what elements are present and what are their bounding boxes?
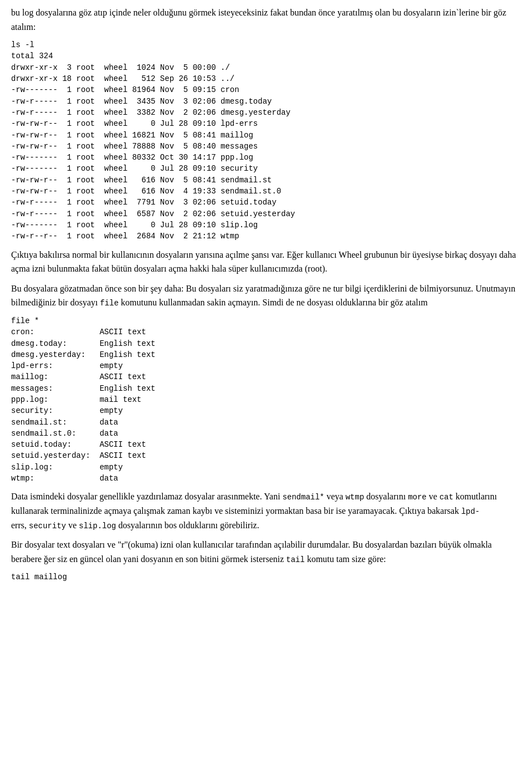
tail-command-block: tail maillog xyxy=(11,571,521,583)
file-output: file * cron: ASCII text dmesg.today: Eng… xyxy=(11,315,521,484)
more-inline-code: more xyxy=(408,493,427,502)
ls-output: ls -l total 324 drwxr-xr-x 3 root wheel … xyxy=(11,39,521,242)
tail-inline-code: tail xyxy=(286,555,305,564)
paragraph-5-text4: dosyalarını xyxy=(366,492,406,501)
paragraph-1-text: Çıktıya bakılırsa normal bir kullanıcını… xyxy=(11,250,284,259)
paragraph-5-text5: ve xyxy=(429,492,437,501)
paragraph-5: Data ismindeki dosyalar genellikle yazdı… xyxy=(11,489,521,532)
paragraph-7-section: Bir dosyalar text dosyaları ve "r"(okuma… xyxy=(11,538,521,566)
cat-inline-code: cat xyxy=(439,493,453,502)
tail-output: tail maillog xyxy=(11,571,521,583)
paragraph-6-text2: ve xyxy=(68,520,76,530)
paragraph-3-section: Bu dosyalara gözatmadan önce son bir şey… xyxy=(11,282,521,310)
paragraph-7-text3: ğer siz en güncel olan yani dosyanın en … xyxy=(44,554,284,564)
file-inline-code: file xyxy=(100,299,119,308)
paragraph-5-text3: veya xyxy=(326,492,343,501)
paragraph-7-text4: komutu tam size göre: xyxy=(307,554,386,564)
file-command-block: file * cron: ASCII text dmesg.today: Eng… xyxy=(11,315,521,484)
paragraph-3: Bu dosyalara gözatmadan önce son bir şey… xyxy=(11,282,521,310)
paragraph-1: Çıktıya bakılırsa normal bir kullanıcını… xyxy=(11,248,521,276)
intro-paragraph: bu log dosyalarına göz atıp içinde neler… xyxy=(11,6,521,34)
paragraph-3-text: Bu dosyalara gözatmadan önce son bir şey… xyxy=(11,284,473,293)
paragraph-5-text1: Data ismindeki dosyalar genellikle yazdı… xyxy=(11,492,262,501)
ls-command-block: ls -l total 324 drwxr-xr-x 3 root wheel … xyxy=(11,39,521,242)
security-inline-code: security xyxy=(29,522,66,530)
paragraph-5-section: Data ismindeki dosyalar genellikle yazdı… xyxy=(11,489,521,532)
paragraph-5-text2: Yani xyxy=(264,492,280,501)
page-content: bu log dosyalarına göz atıp içinde neler… xyxy=(11,6,521,583)
lpd-errs-inline-code: lpd- xyxy=(461,507,480,516)
paragraph-4-text2: komutunu kullanmadan sakin açmayın. xyxy=(121,298,260,307)
paragraph-7: Bir dosyalar text dosyaları ve "r"(okuma… xyxy=(11,538,521,566)
paragraph-6-errs-text: errs, xyxy=(11,520,27,530)
paragraph-1-section: Çıktıya bakılırsa normal bir kullanıcını… xyxy=(11,248,521,276)
paragraph-6-text1: Çıktıya bakarsak xyxy=(399,506,459,515)
slip-log-inline-code: slip.log xyxy=(79,522,116,530)
sendmail-inline-code: sendmail* xyxy=(283,493,325,502)
paragraph-4-text3: Simdi de ne dosyası olduklarına bir göz … xyxy=(263,298,428,307)
paragraph-6-text3: dosyalarının bos olduklarını görebiliriz… xyxy=(119,520,259,530)
wtmp-inline-code: wtmp xyxy=(345,493,364,502)
paragraph-7-text1: Bir dosyalar text dosyaları ve "r"(okuma… xyxy=(11,540,350,549)
